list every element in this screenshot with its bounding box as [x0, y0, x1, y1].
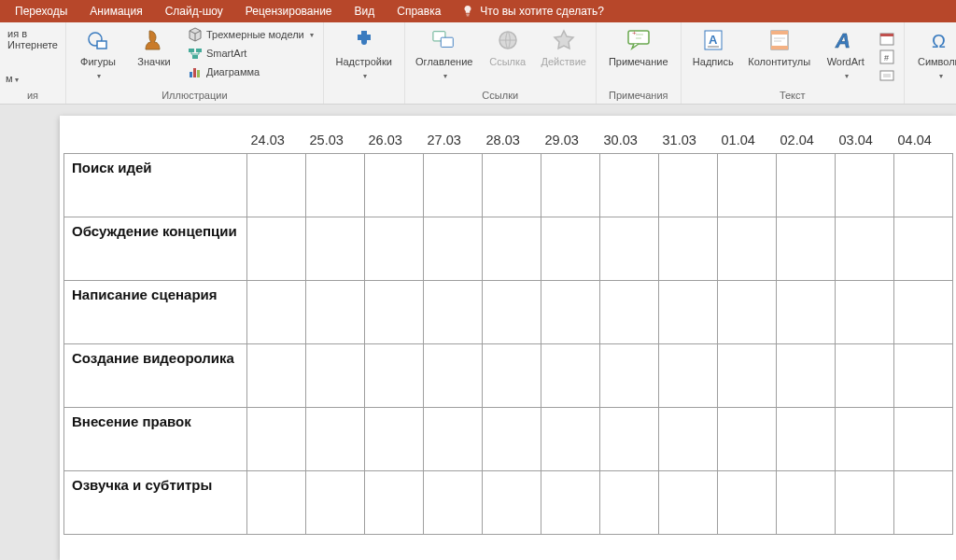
task-cell[interactable]: Поиск идей	[64, 154, 247, 217]
plan-cell[interactable]	[836, 344, 894, 408]
plan-cell[interactable]	[247, 281, 306, 344]
plan-cell[interactable]	[894, 154, 953, 217]
plan-cell[interactable]	[365, 281, 424, 344]
plan-cell[interactable]	[777, 344, 836, 408]
plan-cell[interactable]	[424, 281, 483, 344]
zoom-button[interactable]: Оглавление ▾	[411, 24, 478, 80]
plan-cell[interactable]	[541, 154, 600, 217]
table-row[interactable]: Поиск идей	[64, 154, 953, 217]
plan-cell[interactable]	[894, 471, 953, 535]
plan-cell[interactable]	[777, 154, 836, 217]
plan-cell[interactable]	[836, 408, 894, 471]
plan-cell[interactable]	[718, 471, 777, 535]
task-cell[interactable]: Написание сценария	[64, 281, 247, 344]
tab-animation[interactable]: Анимация	[78, 0, 153, 22]
wordart-button[interactable]: A WordArt ▾	[820, 24, 872, 80]
plan-cell[interactable]	[659, 154, 718, 217]
plan-cell[interactable]	[424, 408, 483, 471]
plan-cell[interactable]	[718, 281, 777, 344]
plan-cell[interactable]	[600, 154, 659, 217]
plan-cell[interactable]	[424, 344, 483, 408]
datetime-button[interactable]	[876, 30, 898, 47]
plan-cell[interactable]	[836, 217, 894, 281]
partial-btn[interactable]: м▾	[6, 73, 19, 84]
slide-canvas[interactable]: 24.03 25.03 26.03 27.03 28.03 29.03 30.0…	[0, 105, 956, 560]
plan-cell[interactable]	[894, 344, 953, 408]
table-row[interactable]: Озвучка и субтитры	[64, 471, 953, 535]
plan-cell[interactable]	[483, 408, 541, 471]
plan-cell[interactable]	[306, 281, 365, 344]
plan-cell[interactable]	[836, 281, 894, 344]
plan-cell[interactable]	[483, 217, 541, 281]
slidenumber-button[interactable]: #	[876, 49, 898, 65]
table-row[interactable]: Создание видеоролика	[64, 344, 953, 408]
table-row[interactable]: Обсуждение концепции	[64, 217, 953, 281]
plan-cell[interactable]	[894, 217, 953, 281]
plan-cell[interactable]	[659, 281, 718, 344]
task-cell[interactable]: Создание видеоролика	[64, 344, 247, 408]
chart-button[interactable]: Диаграмма	[184, 63, 317, 80]
plan-cell[interactable]	[541, 217, 600, 281]
online-pictures-partial[interactable]: ия в Интернете	[6, 24, 60, 54]
tab-review[interactable]: Рецензирование	[234, 0, 344, 22]
smartart-button[interactable]: SmartArt	[184, 45, 317, 62]
plan-cell[interactable]	[894, 281, 953, 344]
plan-cell[interactable]	[600, 217, 659, 281]
plan-cell[interactable]	[659, 344, 718, 408]
plan-cell[interactable]	[365, 217, 424, 281]
plan-cell[interactable]	[541, 344, 600, 408]
plan-cell[interactable]	[718, 344, 777, 408]
tab-help[interactable]: Справка	[386, 0, 452, 22]
plan-cell[interactable]	[659, 217, 718, 281]
plan-cell[interactable]	[777, 281, 836, 344]
plan-cell[interactable]	[659, 408, 718, 471]
plan-cell[interactable]	[541, 408, 600, 471]
plan-cell[interactable]	[777, 471, 836, 535]
plan-cell[interactable]	[483, 344, 541, 408]
tab-transitions[interactable]: Переходы	[4, 0, 78, 22]
plan-cell[interactable]	[777, 217, 836, 281]
plan-cell[interactable]	[306, 217, 365, 281]
plan-cell[interactable]	[365, 471, 424, 535]
textbox-button[interactable]: A Надпись	[687, 24, 739, 68]
plan-cell[interactable]	[306, 344, 365, 408]
task-cell[interactable]: Обсуждение концепции	[64, 217, 247, 281]
plan-cell[interactable]	[659, 471, 718, 535]
plan-cell[interactable]	[894, 408, 953, 471]
headerfooter-button[interactable]: Колонтитулы	[743, 24, 816, 68]
3dmodels-button[interactable]: Трехмерные модели▾	[184, 26, 317, 43]
plan-cell[interactable]	[306, 154, 365, 217]
symbols-button[interactable]: Ω Символы ▾	[910, 24, 956, 80]
icons-button[interactable]: Значки	[128, 24, 180, 68]
plan-cell[interactable]	[424, 471, 483, 535]
plan-cell[interactable]	[718, 408, 777, 471]
plan-cell[interactable]	[600, 344, 659, 408]
tell-me-search[interactable]: Что вы хотите сделать?	[452, 0, 613, 22]
plan-cell[interactable]	[306, 471, 365, 535]
tab-view[interactable]: Вид	[344, 0, 387, 22]
plan-cell[interactable]	[600, 281, 659, 344]
plan-cell[interactable]	[718, 217, 777, 281]
plan-cell[interactable]	[247, 471, 306, 535]
plan-cell[interactable]	[541, 471, 600, 535]
plan-table[interactable]: 24.03 25.03 26.03 27.03 28.03 29.03 30.0…	[63, 127, 953, 535]
plan-cell[interactable]	[424, 217, 483, 281]
comment-button[interactable]: + Примечание	[602, 24, 675, 68]
plan-cell[interactable]	[483, 471, 541, 535]
plan-cell[interactable]	[836, 471, 894, 535]
link-button[interactable]: Ссылка	[482, 24, 534, 68]
table-row[interactable]: Внесение правок	[64, 408, 953, 471]
plan-cell[interactable]	[365, 154, 424, 217]
plan-cell[interactable]	[718, 154, 777, 217]
plan-cell[interactable]	[365, 344, 424, 408]
plan-cell[interactable]	[365, 408, 424, 471]
plan-cell[interactable]	[424, 154, 483, 217]
plan-cell[interactable]	[247, 217, 306, 281]
tab-slideshow[interactable]: Слайд-шоу	[154, 0, 234, 22]
plan-cell[interactable]	[600, 471, 659, 535]
plan-cell[interactable]	[306, 408, 365, 471]
addins-button[interactable]: Надстройки ▾	[330, 24, 399, 80]
plan-cell[interactable]	[600, 408, 659, 471]
plan-cell[interactable]	[247, 154, 306, 217]
plan-cell[interactable]	[541, 281, 600, 344]
